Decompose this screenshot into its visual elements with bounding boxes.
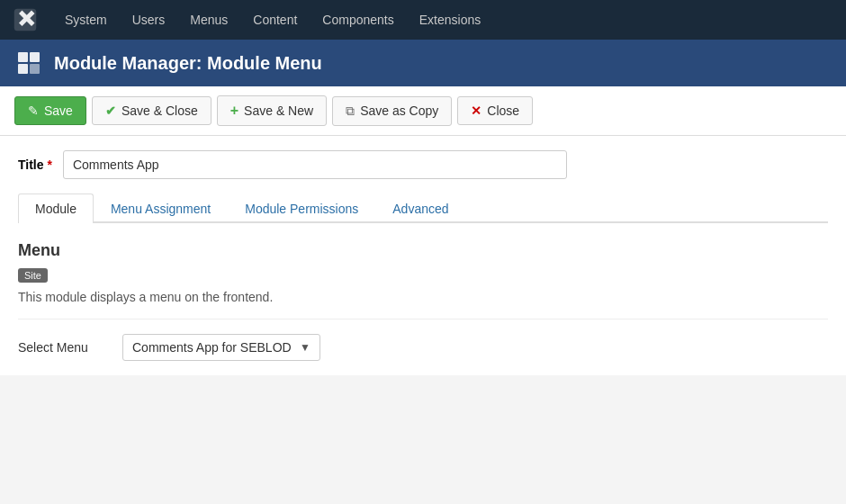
main-content: Title * Module Menu Assignment Module Pe… <box>0 136 846 375</box>
nav-content[interactable]: Content <box>240 0 310 40</box>
title-field-row: Title * <box>18 150 828 179</box>
tab-bar: Module Menu Assignment Module Permission… <box>18 194 828 223</box>
nav-menu: System Users Menus Content Components Ex… <box>52 0 493 40</box>
toolbar: ✎ Save ✔ Save & Close + Save & New ⧉ Sav… <box>0 86 846 136</box>
select-menu-value: Comments App for SEBLOD <box>132 340 292 355</box>
svg-rect-1 <box>18 52 28 62</box>
checkmark-icon: ✔ <box>105 104 116 118</box>
save-close-button[interactable]: ✔ Save & Close <box>92 96 212 125</box>
page-header: Module Manager: Module Menu <box>0 40 846 86</box>
svg-rect-2 <box>30 52 40 62</box>
top-navigation: System Users Menus Content Components Ex… <box>0 0 846 40</box>
select-menu-label: Select Menu <box>18 340 108 355</box>
svg-rect-3 <box>18 64 28 74</box>
plus-icon: + <box>230 103 238 119</box>
nav-menus[interactable]: Menus <box>177 0 240 40</box>
close-icon: ✕ <box>471 104 482 118</box>
select-menu-row: Select Menu Comments App for SEBLOD ▼ <box>18 334 828 361</box>
module-section-title: Menu <box>18 241 828 260</box>
tab-advanced[interactable]: Advanced <box>375 194 465 223</box>
tab-menu-assignment[interactable]: Menu Assignment <box>94 194 228 223</box>
save-icon: ✎ <box>28 104 39 118</box>
select-menu-dropdown[interactable]: Comments App for SEBLOD ▼ <box>122 334 320 361</box>
nav-extensions[interactable]: Extensions <box>407 0 493 40</box>
module-description: This module displays a menu on the front… <box>18 290 828 304</box>
site-badge: Site <box>18 268 48 283</box>
save-button[interactable]: ✎ Save <box>14 96 86 125</box>
module-manager-icon <box>14 49 43 77</box>
title-input[interactable] <box>63 150 567 179</box>
joomla-logo <box>9 4 41 36</box>
close-button[interactable]: ✕ Close <box>457 96 533 125</box>
copy-icon: ⧉ <box>346 104 355 119</box>
section-divider <box>18 319 828 320</box>
svg-rect-4 <box>30 64 40 74</box>
save-new-button[interactable]: + Save & New <box>217 95 327 126</box>
save-copy-button[interactable]: ⧉ Save as Copy <box>332 96 452 126</box>
nav-users[interactable]: Users <box>120 0 178 40</box>
chevron-down-icon: ▼ <box>300 341 310 354</box>
module-section: Menu Site This module displays a menu on… <box>18 241 828 304</box>
nav-system[interactable]: System <box>52 0 120 40</box>
title-label: Title * <box>18 158 52 172</box>
required-marker: * <box>47 158 51 172</box>
tab-module[interactable]: Module <box>18 194 94 223</box>
nav-components[interactable]: Components <box>310 0 406 40</box>
page-title: Module Manager: Module Menu <box>54 53 322 74</box>
tab-module-permissions[interactable]: Module Permissions <box>228 194 375 223</box>
